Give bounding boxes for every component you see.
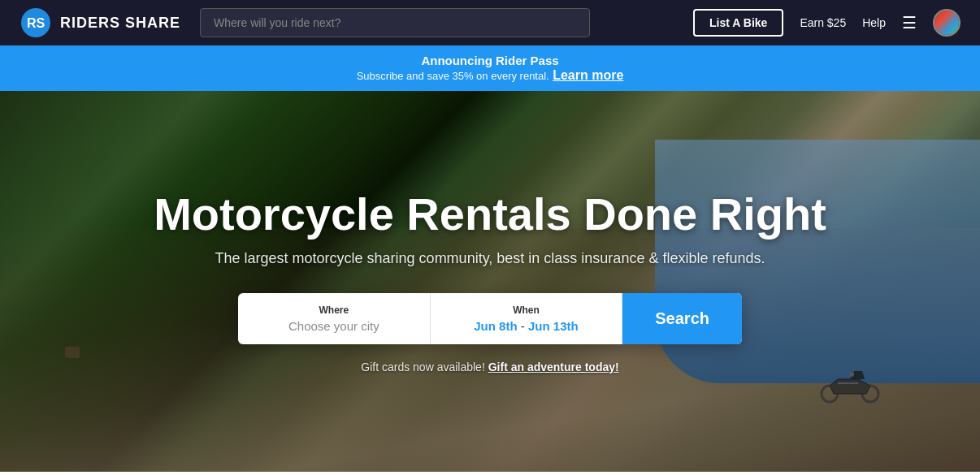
logo-icon: RS [20,6,52,39]
brand-name: RIDERS SHARE [60,15,180,32]
search-button[interactable]: Search [622,293,742,344]
hamburger-icon[interactable]: ☰ [902,13,917,32]
date-start: Jun 8th [474,319,517,333]
learn-more-link[interactable]: Learn more [553,68,623,82]
help-link[interactable]: Help [862,16,886,29]
date-separator: - [518,319,528,333]
motorcycle-right-icon [817,363,882,407]
gift-link[interactable]: Gift an adventure today! [488,361,619,374]
motorcycle-left-icon [65,347,80,358]
earn-link[interactable]: Earn $25 [800,16,846,29]
gift-text: Gift cards now available! [361,361,485,374]
announcement-title: Announcing Rider Pass [421,54,558,67]
brand-link[interactable]: RS RIDERS SHARE [20,6,180,39]
navbar: RS RIDERS SHARE List A Bike Earn $25 Hel… [0,0,980,45]
hero-title: Motorcycle Rentals Done Right [33,189,947,240]
nav-actions: List A Bike Earn $25 Help ☰ [693,9,960,37]
avatar-image [934,11,959,35]
search-box: Where Choose your city When Jun 8th - Ju… [238,293,742,344]
announcement-bar: Announcing Rider Pass Subscribe and save… [0,45,980,91]
where-field[interactable]: Where Choose your city [238,293,431,344]
nav-search-container [200,8,590,37]
date-end: Jun 13th [528,319,579,333]
announcement-subtitle: Subscribe and save 35% on every rental. [357,70,549,82]
when-label: When [450,304,603,316]
where-label: Where [258,304,410,316]
nav-search-input[interactable] [200,8,590,37]
list-bike-button[interactable]: List A Bike [693,9,783,37]
svg-text:RS: RS [27,16,46,30]
hero-subtitle: The largest motorcycle sharing community… [33,250,947,267]
hero-section: Motorcycle Rentals Done Right The larges… [0,91,980,472]
when-field[interactable]: When Jun 8th - Jun 13th [431,293,623,344]
hero-content: Motorcycle Rentals Done Right The larges… [0,189,980,345]
where-value: Choose your city [258,319,410,333]
avatar[interactable] [933,9,960,37]
when-value: Jun 8th - Jun 13th [450,319,603,333]
svg-point-4 [849,372,854,377]
gift-text-container: Gift cards now available! Gift an advent… [361,361,618,374]
